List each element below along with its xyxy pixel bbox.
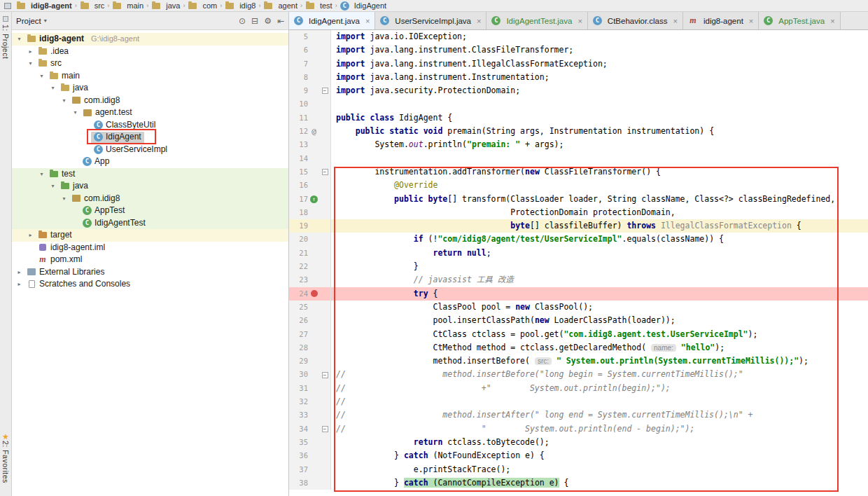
close-tab-icon[interactable]: × [673, 17, 678, 25]
editor-gutter[interactable]: 37 [289, 463, 331, 476]
fold-marker-icon[interactable]: − [322, 88, 328, 94]
tree-item-classbyteutil[interactable]: CClassByteUtil [12, 119, 288, 132]
editor-gutter[interactable]: 17↑ [289, 193, 331, 206]
tree-item-com-idig8[interactable]: ▾com.idig8 [12, 193, 288, 205]
overrides-method-icon[interactable]: ↑ [310, 195, 318, 203]
editor-gutter[interactable]: 9− [289, 84, 331, 97]
tool-window-project[interactable]: 1: Project [1, 25, 10, 59]
locate-file-icon[interactable]: ⊙ [239, 16, 246, 26]
editor-gutter[interactable]: 7 [289, 57, 331, 71]
tree-item-src[interactable]: ▾src [12, 57, 288, 70]
collapse-all-icon[interactable]: ⊟ [251, 16, 258, 26]
breadcrumb-item-idig8[interactable]: idig8 [223, 1, 257, 11]
fold-marker-icon[interactable]: − [322, 372, 328, 378]
tree-item-scratches-and-consoles[interactable]: ▸Scratches and Consoles [12, 278, 288, 291]
editor-gutter[interactable]: 14 [289, 152, 331, 165]
tree-item-external-libraries[interactable]: ▸External Libraries [12, 266, 288, 279]
editor-gutter[interactable]: 21 [289, 247, 331, 260]
tree-item-test[interactable]: ▾test [12, 168, 288, 181]
editor-gutter[interactable]: 5 [289, 30, 331, 43]
tree-item-idea[interactable]: ▸.idea [12, 46, 288, 58]
window-menu-icon[interactable] [4, 3, 11, 9]
editor-gutter[interactable]: 26 [289, 314, 331, 327]
editor-gutter[interactable]: 24 [289, 287, 331, 301]
tree-chevron-icon[interactable]: ▾ [37, 168, 46, 181]
breadcrumb-item-java[interactable]: java [150, 1, 181, 11]
tree-item-idigagenttest[interactable]: CIdigAgentTest [12, 217, 288, 230]
editor-gutter[interactable]: 34− [289, 422, 331, 436]
editor-gutter[interactable]: 10 [289, 97, 331, 111]
editor-gutter[interactable]: 36 [289, 449, 331, 462]
tab-idigagenttest-java[interactable]: CIdigAgentTest.java× [486, 12, 587, 29]
tree-chevron-icon[interactable]: ▾ [37, 70, 46, 83]
editor-gutter[interactable]: 38 [289, 476, 331, 490]
close-tab-icon[interactable]: × [578, 17, 582, 25]
editor-gutter[interactable]: 6 [289, 43, 331, 57]
editor-gutter[interactable]: 30− [289, 368, 331, 381]
tree-chevron-icon[interactable]: ▾ [48, 82, 57, 95]
editor-gutter[interactable]: 29 [289, 354, 331, 368]
tree-chevron-icon[interactable]: ▾ [48, 180, 57, 193]
tree-item-idigagent[interactable]: CIdigAgent [12, 131, 288, 144]
editor-gutter[interactable]: 11 [289, 111, 331, 125]
breadcrumb-item-agent[interactable]: agent [262, 1, 299, 11]
tree-item-main[interactable]: ▾main [12, 70, 288, 83]
editor-gutter[interactable]: 20 [289, 233, 331, 246]
breadcrumb-item-idigagent[interactable]: CIdigAgent [339, 1, 388, 11]
breadcrumb-item-src[interactable]: src [78, 1, 106, 11]
breadcrumb-item-main[interactable]: main [111, 1, 145, 11]
close-tab-icon[interactable]: × [830, 17, 834, 25]
editor-gutter[interactable]: 15− [289, 165, 331, 179]
tree-chevron-icon[interactable]: ▾ [15, 33, 24, 46]
hide-panel-icon[interactable]: ⇤ [277, 16, 284, 26]
editor-gutter[interactable]: 25 [289, 301, 331, 314]
close-tab-icon[interactable]: × [477, 17, 481, 25]
fold-marker-icon[interactable]: − [322, 169, 328, 175]
tree-item-userserviceimpl[interactable]: CUserServiceImpl [12, 144, 288, 156]
editor-gutter[interactable]: 18 [289, 206, 331, 219]
tab-ctbehavior-class[interactable]: CCtBehavior.class× [588, 12, 683, 29]
tree-chevron-icon[interactable]: ▸ [26, 46, 35, 58]
code-editor[interactable]: 5import java.io.IOException;6import java… [289, 30, 868, 496]
editor-gutter[interactable]: 23 [289, 273, 331, 287]
tree-item-pom-xml[interactable]: mpom.xml [12, 254, 288, 266]
tree-chevron-icon[interactable]: ▾ [59, 95, 69, 107]
editor-gutter[interactable]: 13 [289, 138, 331, 151]
tree-item-java[interactable]: ▾java [12, 82, 288, 95]
tree-item-com-idig8[interactable]: ▾com.idig8 [12, 95, 288, 107]
tree-item-app[interactable]: CApp [12, 156, 288, 168]
tree-item-java[interactable]: ▾java [12, 180, 288, 193]
project-view-selector[interactable]: Project ▾ [16, 17, 47, 25]
editor-gutter[interactable]: 28 [289, 341, 331, 354]
tree-chevron-icon[interactable]: ▸ [15, 278, 24, 291]
editor-gutter[interactable]: 31 [289, 382, 331, 395]
tree-item-agent-test[interactable]: ▾agent.test [12, 106, 288, 119]
tree-item-apptest[interactable]: CAppTest [12, 205, 288, 217]
tree-chevron-icon[interactable]: ▾ [26, 57, 35, 70]
breakpoint-icon[interactable] [311, 290, 318, 297]
close-tab-icon[interactable]: × [749, 17, 753, 25]
tree-item-target[interactable]: ▸target [12, 229, 288, 242]
tree-chevron-icon[interactable]: ▸ [15, 266, 24, 279]
tool-window-favorites[interactable]: 2: Favorites [1, 441, 10, 483]
tab-userserviceimpl-java[interactable]: CUserServiceImpl.java× [375, 12, 486, 29]
editor-gutter[interactable]: 22 [289, 260, 331, 273]
tree-chevron-icon[interactable]: ▾ [59, 193, 69, 205]
editor-gutter[interactable]: 35 [289, 436, 331, 449]
tree-item-idig8-agent-iml[interactable]: idig8-agent.iml [12, 242, 288, 254]
editor-gutter[interactable]: 32 [289, 395, 331, 408]
breadcrumb-item-test[interactable]: test [304, 1, 334, 11]
tab-idigagent-java[interactable]: CIdigAgent.java× [289, 12, 375, 29]
close-tab-icon[interactable]: × [365, 17, 370, 25]
tab-apptest-java[interactable]: CAppTest.java× [759, 12, 840, 29]
editor-gutter[interactable]: 8 [289, 71, 331, 84]
fold-marker-icon[interactable]: − [322, 426, 328, 432]
tree-chevron-icon[interactable]: ▾ [71, 106, 80, 119]
breadcrumb-item-idig8-agent[interactable]: idig8-agent [15, 1, 74, 11]
editor-gutter[interactable]: 16 [289, 179, 331, 192]
breadcrumb-item-com[interactable]: com [186, 1, 218, 11]
tab-idig8-agent[interactable]: midig8-agent× [683, 12, 759, 29]
tree-item-idig8-agent[interactable]: ▾idig8-agentG:\idig8-agent [12, 33, 288, 46]
editor-gutter[interactable]: 27 [289, 328, 331, 341]
editor-gutter[interactable]: 19 [289, 219, 331, 233]
